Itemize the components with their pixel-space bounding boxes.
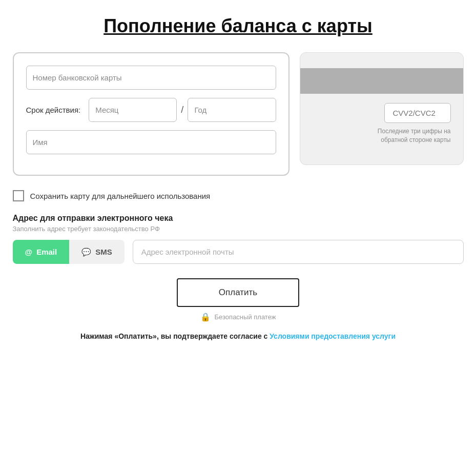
- card-number-input[interactable]: [26, 66, 276, 90]
- expiry-label: Срок действия:: [26, 106, 81, 114]
- page-title: Пополнение баланса с карты: [13, 15, 464, 37]
- pay-section: Оплатить 🔒 Безопасный платеж: [13, 278, 464, 322]
- expiry-slash: /: [181, 105, 183, 115]
- email-row: @ Email 💬 SMS: [13, 240, 464, 264]
- card-number-field-group: [26, 66, 276, 90]
- expiry-month-input[interactable]: [89, 98, 177, 122]
- secure-row: 🔒 Безопасный платеж: [200, 312, 276, 322]
- name-field-group: [26, 130, 276, 154]
- card-back-visual: Последние три цифры на обратной стороне …: [300, 52, 464, 165]
- footer-text: Нажимая «Оплатить», вы подтверждаете сог…: [13, 332, 464, 340]
- cvv-input[interactable]: [384, 103, 451, 123]
- card-section: Срок действия: / Последние три цифры на …: [13, 52, 464, 176]
- pay-button[interactable]: Оплатить: [177, 278, 299, 307]
- card-form-box: Срок действия: /: [13, 52, 289, 176]
- receipt-section-subtitle: Заполнить адрес требует законодательство…: [13, 225, 464, 233]
- save-card-row: Сохранить карту для дальнейшего использо…: [13, 190, 464, 201]
- expiry-row: Срок действия: /: [26, 98, 276, 122]
- receipt-section: Адрес для отправки электронного чека Зап…: [13, 214, 464, 264]
- email-tab-label: Email: [36, 248, 57, 256]
- cvv-area: Последние три цифры на обратной стороне …: [300, 94, 463, 145]
- cardholder-name-input[interactable]: [26, 130, 276, 154]
- sms-icon: 💬: [81, 248, 91, 257]
- save-card-label: Сохранить карту для дальнейшего использо…: [30, 192, 211, 200]
- secure-label: Безопасный платеж: [215, 313, 276, 321]
- cvv-hint: Последние три цифры на обратной стороне …: [369, 127, 451, 145]
- email-address-input[interactable]: [133, 240, 464, 264]
- terms-link[interactable]: Условиями предоставления услуги: [270, 332, 396, 340]
- sms-tab-button[interactable]: 💬 SMS: [69, 240, 125, 264]
- receipt-section-title: Адрес для отправки электронного чека: [13, 214, 464, 223]
- card-magnetic-stripe: [300, 68, 463, 94]
- email-at-icon: @: [25, 248, 33, 256]
- footer-text-before-link: Нажимая «Оплатить», вы подтверждаете сог…: [80, 332, 270, 340]
- expiry-year-input[interactable]: [188, 98, 276, 122]
- secure-icon: 🔒: [200, 312, 211, 322]
- sms-tab-label: SMS: [95, 248, 112, 256]
- save-card-checkbox[interactable]: [13, 190, 24, 201]
- email-tab-button[interactable]: @ Email: [13, 240, 70, 264]
